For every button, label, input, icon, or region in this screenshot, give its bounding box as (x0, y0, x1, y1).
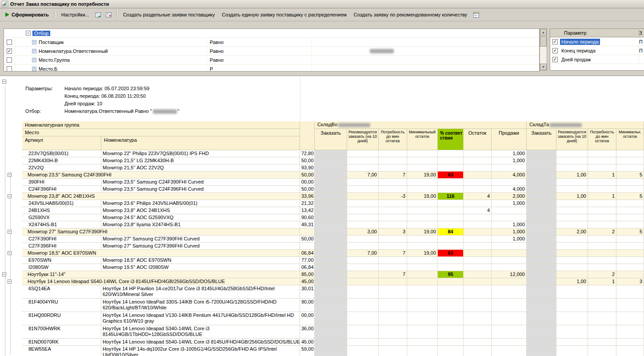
rec-cell-w1[interactable]: 3,00 (347, 228, 379, 236)
order-cell-w2[interactable] (527, 250, 556, 257)
pct-cell-w1[interactable] (438, 285, 464, 299)
warehouse-header[interactable]: СкладВо (315, 121, 527, 129)
rec-cell-w2[interactable] (556, 200, 588, 207)
nomenclature-cell[interactable]: Монитор 22" Philips 223V7QSB(00/01) IPS … (101, 150, 300, 157)
need-cell-w1[interactable] (379, 200, 407, 207)
rec-cell-w1[interactable] (347, 299, 379, 312)
filter-field[interactable]: =Место.Группа (15, 56, 207, 64)
article-cell[interactable]: I2080SW (22, 264, 101, 271)
min-cell-w1[interactable]: 19,00 (407, 228, 438, 236)
order-cell-w2[interactable] (527, 172, 556, 179)
filter-row[interactable]: =Место.БР (4, 64, 539, 72)
article-cell[interactable]: 22MK430H-B (22, 157, 101, 164)
order-cell-w1[interactable] (315, 172, 347, 179)
order-cell-w1[interactable] (315, 325, 347, 339)
price-cell[interactable] (300, 228, 315, 236)
stock-cell-w1[interactable] (464, 179, 492, 186)
header-article[interactable]: Артикул (22, 136, 101, 150)
save-report-variant-button[interactable] (93, 10, 103, 20)
min-cell-w1[interactable] (407, 200, 438, 207)
rec-cell-w2[interactable]: 1,00 (556, 193, 588, 200)
rec-cell-w1[interactable] (347, 207, 379, 214)
order-cell-w2[interactable] (527, 164, 556, 172)
sales-cell-w1[interactable]: 12,000 (492, 271, 527, 278)
order-cell-w1[interactable] (315, 214, 347, 221)
need-cell-w2[interactable] (588, 264, 616, 271)
order-cell-w2[interactable] (527, 339, 556, 346)
checkbox-cell[interactable] (4, 38, 15, 46)
article-cell[interactable]: 81ND0070RK (22, 339, 101, 346)
subcolumn-header[interactable]: Продажи (492, 129, 527, 150)
min-cell-w2[interactable] (616, 207, 644, 214)
min-cell-w2[interactable]: 5 (616, 193, 644, 200)
need-cell-w1[interactable] (379, 157, 407, 164)
collapse-expander[interactable]: − (8, 251, 12, 255)
order-cell-w2[interactable] (527, 312, 556, 325)
pct-cell-w1[interactable]: 63 (438, 250, 464, 257)
sales-cell-w1[interactable]: 1,000 (492, 228, 527, 236)
sales-cell-w1[interactable]: 1,000 (492, 200, 527, 207)
warehouse-header[interactable]: СкладТа (527, 121, 644, 129)
need-cell-w1[interactable] (379, 221, 407, 228)
need-cell-w2[interactable] (588, 299, 616, 312)
collapse-expander[interactable]: − (8, 230, 12, 234)
subcolumn-header[interactable]: Рекомендуется заказать (на 10 дней) (556, 129, 588, 150)
stock-cell-w1[interactable] (464, 228, 492, 236)
pct-cell-w1[interactable] (438, 339, 464, 346)
report-structure-button[interactable] (471, 10, 481, 20)
stock-cell-w1[interactable] (464, 312, 492, 325)
checkbox[interactable]: ✓ (7, 48, 12, 54)
rec-cell-w1[interactable] (347, 221, 379, 228)
price-cell[interactable]: 77,00 (300, 257, 315, 264)
min-cell-w1[interactable] (407, 312, 438, 325)
pct-cell-w1[interactable] (438, 207, 464, 214)
need-cell-w2[interactable] (588, 236, 616, 243)
settings-button[interactable]: Настройки... (58, 10, 92, 19)
rec-cell-w2[interactable] (556, 243, 588, 250)
sales-cell-w1[interactable]: 1,000 (492, 157, 527, 164)
order-cell-w2[interactable] (527, 150, 556, 157)
nomenclature-cell[interactable]: Монитор 23,8" liyama X2474HS-B1 (101, 221, 300, 228)
need-cell-w2[interactable]: 1 (588, 278, 616, 285)
rec-cell-w2[interactable] (556, 214, 588, 221)
rec-cell-w1[interactable] (347, 179, 379, 186)
table-row[interactable]: X2474HS-B1Монитор 23,8" liyama X2474HS-B… (22, 221, 644, 228)
min-cell-w2[interactable] (616, 285, 644, 299)
rec-cell-w1[interactable]: 7,00 (347, 250, 379, 257)
stock-cell-w1[interactable] (464, 221, 492, 228)
rec-cell-w1[interactable] (347, 236, 379, 243)
need-cell-w2[interactable] (588, 179, 616, 186)
rec-cell-w2[interactable] (556, 164, 588, 172)
table-row[interactable]: C27F390FHIМонитор 27" Samsung C27F390FHI… (22, 236, 644, 243)
header-place[interactable]: Место (22, 129, 300, 136)
pct-cell-w1[interactable] (438, 264, 464, 271)
min-cell-w1[interactable] (407, 339, 438, 346)
order-cell-w1[interactable] (315, 207, 347, 214)
stock-cell-w1[interactable] (464, 257, 492, 264)
group-name-cell[interactable]: Монитор 23,5" Samsung C24F390FHI (22, 172, 300, 179)
need-cell-w2[interactable] (588, 325, 616, 339)
table-row[interactable]: E970SWNМонитор 18,5" AOC E970SWN77,00 (22, 257, 644, 264)
need-cell-w1[interactable] (379, 325, 407, 339)
pct-cell-w1[interactable] (438, 186, 464, 193)
filter-row[interactable]: =Место.ГруппаРавно (4, 56, 539, 64)
price-cell[interactable]: 90,00 (300, 299, 315, 312)
rec-cell-w1[interactable] (347, 186, 379, 193)
rec-cell-w2[interactable] (556, 236, 588, 243)
rec-cell-w1[interactable] (347, 285, 379, 299)
subcolumn-header[interactable]: Потребность до мин остатка (379, 129, 407, 150)
order-cell-w1[interactable] (315, 157, 347, 164)
min-cell-w1[interactable] (407, 243, 438, 250)
subcolumn-header[interactable]: Заказать (527, 129, 556, 150)
table-row[interactable]: 390FHIМонитор 23,5" Samsung C24F390FHI C… (22, 179, 644, 186)
article-cell[interactable]: 243V5LHAB5/00(01) (22, 200, 101, 207)
rec-cell-w1[interactable] (347, 325, 379, 339)
order-cell-w2[interactable] (527, 186, 556, 193)
min-cell-w2[interactable] (616, 221, 644, 228)
need-cell-w1[interactable] (379, 264, 407, 271)
table-row[interactable]: 223V7QSB(00/01)Монитор 22" Philips 223V7… (22, 150, 644, 157)
min-cell-w2[interactable] (616, 346, 644, 356)
rec-cell-w1[interactable] (347, 243, 379, 250)
order-cell-w2[interactable] (527, 346, 556, 356)
group-name-cell[interactable]: Ноутбук 14 Lenovo Ideapad S540-14IWL Cor… (22, 278, 300, 285)
